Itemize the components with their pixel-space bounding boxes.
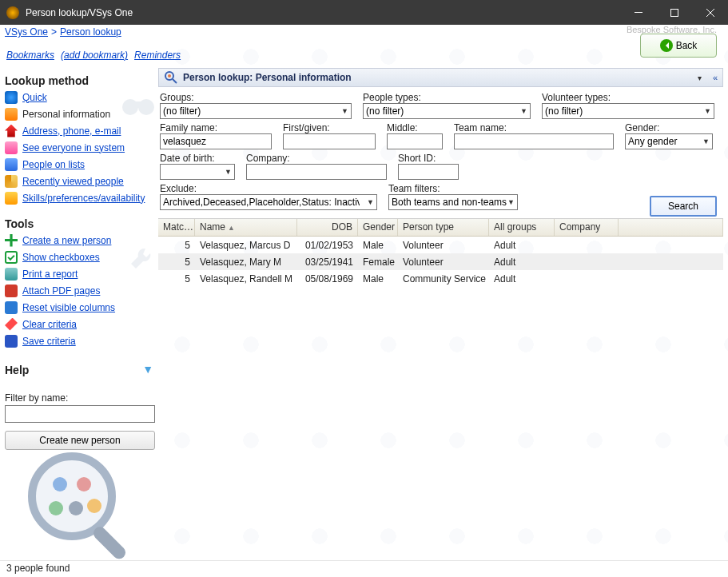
back-label: Back [676, 40, 698, 51]
family-name-input[interactable] [160, 133, 272, 149]
groups-label: Groups: [160, 92, 352, 103]
cell-match: 5 [158, 240, 195, 251]
cell-match: 5 [158, 273, 195, 285]
help-expand-icon[interactable]: ▼ [142, 363, 153, 376]
cell-person-type: Community Service [398, 273, 489, 285]
cell-match: 5 [158, 257, 195, 268]
reminders-link[interactable]: Reminders [134, 50, 181, 61]
sidebar-item-label[interactable]: People on lists [22, 159, 85, 170]
back-arrow-icon [660, 39, 673, 52]
tool-item-label[interactable]: Attach PDF pages [22, 285, 100, 296]
sidebar: Lookup method QuickPersonal informationA… [0, 25, 158, 560]
tool-item-label[interactable]: Show checkboxes [22, 252, 100, 263]
groups-select[interactable]: (no filter)▼ [160, 103, 352, 119]
sidebar-item-recent[interactable]: Recently viewed people [5, 173, 153, 189]
col-name[interactable]: Name▲ [195, 219, 297, 236]
skills-icon [5, 192, 18, 205]
panel-collapse-icon[interactable]: « [713, 73, 718, 82]
sidebar-item-address[interactable]: Address, phone, e-mail [5, 122, 153, 139]
col-gender[interactable]: Gender [358, 219, 398, 236]
exclude-select[interactable]: Archived,Deceased,Placeholder,Status: In… [160, 194, 377, 210]
gender-select[interactable]: Any gender▼ [625, 133, 713, 149]
family-name-label: Family name: [160, 122, 272, 133]
breadcrumb-app[interactable]: VSys One [5, 26, 48, 38]
first-given-input[interactable] [283, 133, 376, 149]
address-icon [5, 125, 18, 137]
people-types-select[interactable]: (no filter)▼ [363, 103, 531, 119]
tool-item-label[interactable]: Create a new person [22, 235, 111, 246]
volunteer-types-select[interactable]: (no filter)▼ [542, 103, 714, 119]
col-dob[interactable]: DOB [297, 219, 358, 236]
app-icon [6, 6, 19, 19]
tool-item-label[interactable]: Clear criteria [22, 319, 77, 330]
sidebar-item-label[interactable]: Skills/preferences/availability [22, 193, 145, 204]
svg-rect-1 [670, 9, 678, 16]
tool-item-label[interactable]: Save criteria [22, 336, 76, 347]
tool-item-label[interactable]: Reset visible columns [22, 302, 115, 313]
close-button[interactable] [692, 0, 728, 25]
sidebar-item-label[interactable]: Quick [22, 92, 47, 103]
sidebar-item-label[interactable]: Recently viewed people [22, 176, 124, 187]
panel-lens-icon [164, 70, 178, 85]
cell-name: Velasquez, Mary M [195, 257, 297, 268]
panel-header: Person lookup: Personal information ▾ « [158, 68, 723, 87]
everyone-icon [5, 141, 18, 154]
status-bar: 3 people found [0, 560, 728, 577]
team-name-input[interactable] [454, 133, 614, 149]
col-all-groups[interactable]: All groups [489, 219, 555, 236]
breadcrumb-page[interactable]: Person lookup [60, 26, 121, 38]
grid-header[interactable]: Matc… Name▲ DOB Gender Person type All g… [158, 219, 723, 237]
cell-person-type: Volunteer [398, 257, 489, 268]
cell-person-type: Volunteer [398, 240, 489, 251]
panel-menu-icon[interactable]: ▾ [698, 74, 702, 82]
minimize-button[interactable] [620, 0, 656, 25]
short-id-input[interactable] [398, 164, 459, 180]
svg-point-11 [49, 501, 63, 515]
table-row[interactable]: 5Velasquez, Marcus D01/02/1953MaleVolunt… [158, 237, 723, 253]
cell-gender: Male [358, 273, 398, 285]
bookmarks-link[interactable]: Bookmarks [6, 50, 54, 61]
tool-item-clear[interactable]: Clear criteria [5, 316, 153, 332]
col-person-type[interactable]: Person type [398, 219, 489, 236]
team-filters-select[interactable]: Both teams and non-teams▼ [388, 194, 518, 210]
search-button[interactable]: Search [650, 196, 717, 217]
cell-groups: Adult [489, 257, 555, 268]
lists-icon [5, 158, 18, 171]
wrench-icon [128, 245, 155, 273]
print-icon [5, 268, 18, 281]
exclude-label: Exclude: [160, 183, 377, 194]
tool-item-label[interactable]: Print a report [22, 269, 78, 280]
col-match[interactable]: Matc… [158, 219, 195, 236]
add-bookmark-link[interactable]: (add bookmark) [61, 50, 128, 61]
sidebar-item-skills[interactable]: Skills/preferences/availability [5, 189, 153, 206]
middle-input[interactable] [387, 133, 443, 149]
people-types-label: People types: [363, 92, 531, 103]
dob-input[interactable]: ▼ [160, 164, 235, 180]
tool-item-reset[interactable]: Reset visible columns [5, 299, 153, 316]
back-button[interactable]: Back [640, 34, 717, 58]
tool-item-pdf[interactable]: Attach PDF pages [5, 282, 153, 299]
sidebar-item-label[interactable]: Address, phone, e-mail [22, 125, 121, 137]
sidebar-item-label[interactable]: See everyone in system [22, 142, 125, 153]
window-title: Person lookup/VSys One [26, 7, 620, 18]
magnifier-people-icon [24, 448, 144, 568]
gender-label: Gender: [625, 122, 713, 133]
cell-dob: 03/25/1941 [297, 257, 358, 268]
maximize-button[interactable] [656, 0, 692, 25]
sidebar-item-lists[interactable]: People on lists [5, 156, 153, 173]
svg-line-15 [173, 79, 177, 83]
sidebar-item-everyone[interactable]: See everyone in system [5, 139, 153, 156]
lookup-heading: Lookup method [5, 74, 153, 87]
cell-groups: Adult [489, 240, 555, 251]
team-name-label: Team name: [454, 122, 614, 133]
company-input[interactable] [246, 164, 387, 180]
tool-item-save[interactable]: Save criteria [5, 332, 153, 349]
filter-by-name-input[interactable] [5, 405, 155, 423]
table-row[interactable]: 5Velasquez, Mary M03/25/1941FemaleVolunt… [158, 253, 723, 270]
create-new-person-button[interactable]: Create new person [5, 431, 155, 450]
sort-asc-icon: ▲ [228, 224, 235, 232]
results-grid: Matc… Name▲ DOB Gender Person type All g… [158, 218, 723, 287]
reset-icon [5, 301, 18, 314]
table-row[interactable]: 5Velasquez, Randell M05/08/1969MaleCommu… [158, 270, 723, 287]
col-company[interactable]: Company [555, 219, 619, 236]
